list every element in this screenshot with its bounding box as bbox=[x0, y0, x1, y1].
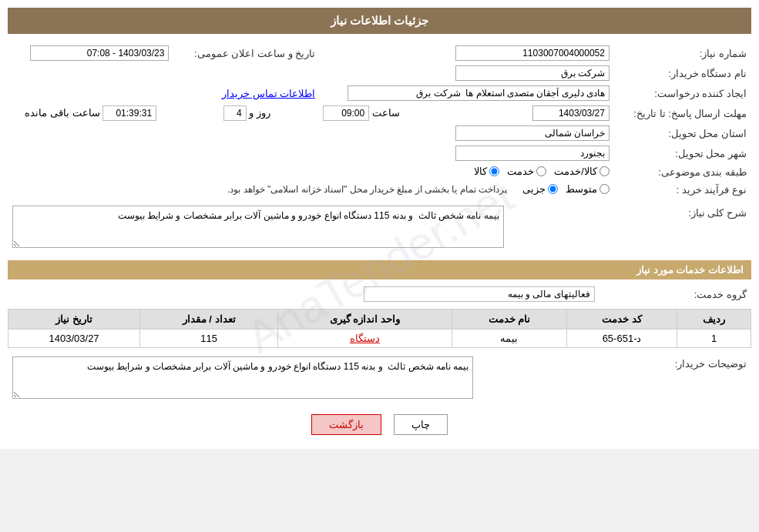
sharh-label: شرح کلی نیاز: bbox=[509, 203, 751, 253]
mohlat-date-input bbox=[532, 105, 610, 121]
col-unit: واحد اندازه گیری bbox=[278, 309, 452, 330]
radio-kala-khedmat-input[interactable] bbox=[599, 166, 610, 176]
ijad-konande-input bbox=[348, 85, 610, 101]
back-button[interactable]: بازگشت bbox=[311, 414, 381, 435]
col-code: کد خدمت bbox=[567, 309, 677, 330]
radio-khedmat: خدمت bbox=[507, 166, 546, 177]
radio-kala: کالا bbox=[474, 166, 499, 177]
col-name: نام خدمت bbox=[452, 309, 566, 330]
goroh-label: گروه خدمت: bbox=[599, 284, 751, 304]
khadamat-table: ردیف کد خدمت نام خدمت واحد اندازه گیری ت… bbox=[8, 309, 751, 348]
col-date: تاریخ نیاز bbox=[8, 309, 140, 330]
toseeh-label: توضیحات خریدار: bbox=[478, 354, 751, 403]
mohlat-baqi-input bbox=[102, 105, 156, 121]
shomara-niaz-input bbox=[455, 45, 610, 61]
data-cell: 1403/03/27 bbox=[8, 330, 140, 348]
data-cell: بیمه bbox=[452, 330, 566, 348]
shahr-label: شهر محل تحویل: bbox=[614, 143, 751, 163]
saat-label: ساعت bbox=[372, 107, 400, 119]
sharh-textarea: بیمه نامه شخص ثالث و بدنه 115 دستگاه انو… bbox=[12, 206, 504, 248]
khadamat-header: اطلاعات خدمات مورد نیاز bbox=[8, 260, 751, 279]
data-cell: د-651-65 bbox=[567, 330, 677, 348]
unit-cell: دستگاه bbox=[278, 330, 452, 348]
toseeh-textarea: بیمه نامه شخص ثالث و بدنه 115 دستگاه انو… bbox=[12, 356, 473, 399]
data-cell: 115 bbox=[140, 330, 278, 348]
radio-kala-input[interactable] bbox=[489, 166, 499, 176]
mohlat-label: مهلت ارسال پاسخ: تا تاریخ: bbox=[614, 103, 751, 123]
data-cell: 1 bbox=[677, 330, 751, 348]
table-row: 1د-651-65بیمهدستگاه1151403/03/27 bbox=[8, 330, 751, 348]
nam-dastgah-input bbox=[455, 65, 610, 81]
radio-jozi-label: جزیی bbox=[522, 183, 546, 195]
ijad-konande-label: ایجاد کننده درخواست: bbox=[614, 83, 751, 103]
farayand-note: پرداخت تمام یا بخشی از مبلغ خریدار محل "… bbox=[227, 184, 507, 195]
tabaqebandi-label: طبقه بندی موضوعی: bbox=[614, 163, 751, 181]
mohlat-roz-input bbox=[223, 105, 247, 121]
ostan-label: استان محل تحویل: bbox=[614, 123, 751, 143]
radio-motavasset-label: متوسط bbox=[566, 183, 597, 195]
ostan-input bbox=[455, 125, 610, 141]
noe-farayand-label: نوع فرآیند خرید : bbox=[614, 181, 751, 199]
roz-label: روز و bbox=[249, 107, 270, 119]
baqi-label: ساعت باقی مانده bbox=[25, 107, 99, 119]
col-count: تعداد / مقدار bbox=[140, 309, 278, 330]
tamaas-kharidar-link[interactable]: اطلاعات تماس خریدار bbox=[222, 88, 315, 99]
button-row: چاپ بازگشت bbox=[8, 414, 751, 435]
radio-kala-label: کالا bbox=[474, 166, 487, 177]
radio-motavasset: متوسط bbox=[566, 183, 610, 195]
radio-kala-khedmat: کالا/خدمت bbox=[554, 166, 610, 177]
nam-dastgah-label: نام دستگاه خریدار: bbox=[614, 63, 751, 83]
col-radif: ردیف bbox=[677, 309, 751, 330]
tarikh-label: تاریخ و ساعت اعلان عمومی: bbox=[173, 43, 320, 63]
tarikh-input bbox=[30, 45, 169, 61]
radio-khedmat-label: خدمت bbox=[507, 166, 534, 177]
page-title: جزئیات اطلاعات نیاز bbox=[8, 8, 751, 34]
shahr-input bbox=[455, 146, 610, 161]
radio-jozi: جزیی bbox=[522, 183, 558, 195]
print-button[interactable]: چاپ bbox=[394, 414, 448, 435]
radio-motavasset-input[interactable] bbox=[599, 184, 610, 194]
shomara-niaz-label: شماره نیاز: bbox=[614, 43, 751, 63]
radio-khedmat-input[interactable] bbox=[536, 166, 546, 176]
goroh-input bbox=[364, 286, 595, 302]
radio-kala-khedmat-label: کالا/خدمت bbox=[554, 166, 597, 177]
mohlat-saat-input bbox=[323, 105, 369, 121]
radio-jozi-input[interactable] bbox=[548, 184, 558, 194]
